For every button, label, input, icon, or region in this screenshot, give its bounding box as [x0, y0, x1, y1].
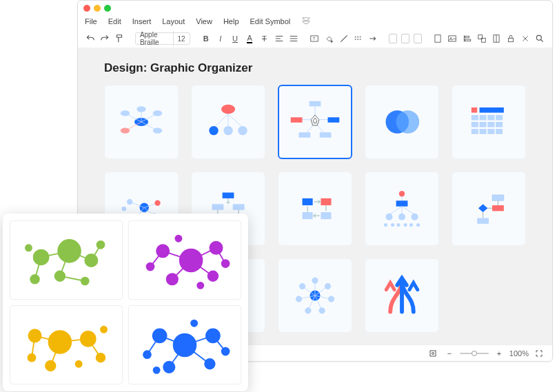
- svg-point-179: [143, 351, 151, 358]
- fit-page-button[interactable]: [427, 347, 439, 360]
- svg-point-175: [153, 329, 167, 342]
- lock-button[interactable]: [505, 32, 516, 45]
- svg-rect-52: [480, 122, 487, 127]
- svg-rect-102: [477, 218, 489, 223]
- svg-point-180: [222, 347, 230, 355]
- svg-point-89: [411, 214, 418, 220]
- font-color-button[interactable]: A: [245, 32, 255, 45]
- svg-point-133: [34, 249, 49, 265]
- svg-point-15: [121, 110, 130, 116]
- menu-insert[interactable]: Insert: [132, 17, 152, 25]
- template-merge-arrows[interactable]: [365, 258, 439, 333]
- svg-rect-45: [472, 107, 477, 113]
- align-objects-button[interactable]: [462, 32, 472, 45]
- strikethrough-button[interactable]: T: [259, 32, 270, 45]
- template-calendar-grid[interactable]: [452, 85, 526, 159]
- template-venn[interactable]: [365, 85, 439, 159]
- svg-line-25: [214, 114, 228, 127]
- menu-help[interactable]: Help: [223, 17, 239, 25]
- svg-rect-47: [472, 115, 478, 121]
- template-org-chart-1[interactable]: [191, 85, 265, 159]
- svg-marker-32: [313, 118, 316, 123]
- menu-edit[interactable]: Edit: [108, 17, 121, 25]
- zoom-out-button[interactable]: −: [443, 347, 456, 360]
- menu-file[interactable]: File: [85, 17, 97, 25]
- svg-point-139: [26, 245, 32, 251]
- svg-rect-7: [465, 39, 470, 41]
- svg-point-132: [58, 240, 81, 262]
- svg-point-23: [136, 106, 145, 112]
- svg-rect-55: [472, 129, 478, 134]
- fill-color-button[interactable]: [324, 32, 334, 45]
- preview-network-green[interactable]: [10, 220, 123, 300]
- zoom-level-label: 100%: [509, 349, 529, 358]
- zoom-in-button[interactable]: +: [493, 347, 505, 360]
- stroke-swatch[interactable]: [401, 34, 409, 43]
- text-box-button[interactable]: T: [310, 32, 320, 45]
- image-button[interactable]: [447, 32, 458, 45]
- template-decision-flow[interactable]: [452, 172, 526, 246]
- bold-button[interactable]: B: [201, 32, 211, 45]
- fullscreen-button[interactable]: [533, 347, 545, 360]
- font-name-label: Apple Braille: [136, 31, 174, 46]
- arrow-style-button[interactable]: [367, 32, 378, 45]
- menu-layout[interactable]: Layout: [162, 17, 185, 25]
- font-selector[interactable]: Apple Braille 12: [135, 32, 190, 45]
- svg-rect-78: [321, 198, 331, 205]
- line-tool-button[interactable]: [338, 32, 349, 45]
- preview-network-yellow[interactable]: [10, 305, 123, 384]
- underline-button[interactable]: U: [230, 32, 240, 45]
- menu-edit-symbol[interactable]: Edit Symbol: [250, 17, 291, 25]
- svg-point-160: [49, 331, 72, 353]
- svg-rect-46: [480, 107, 504, 113]
- minimize-window-button[interactable]: [94, 5, 101, 12]
- svg-rect-96: [492, 195, 504, 200]
- menu-view[interactable]: View: [196, 17, 212, 25]
- preview-network-blue[interactable]: [128, 305, 241, 384]
- template-cycle-1[interactable]: [278, 172, 352, 246]
- template-brainstorm-1[interactable]: [104, 85, 179, 159]
- svg-point-5: [451, 38, 452, 39]
- svg-point-91: [391, 223, 394, 227]
- page-setup-button[interactable]: [433, 32, 443, 45]
- svg-point-88: [398, 214, 405, 220]
- svg-text:T: T: [313, 37, 316, 41]
- align-left-button[interactable]: [274, 32, 284, 45]
- svg-point-178: [205, 359, 215, 369]
- preview-network-purple[interactable]: [128, 220, 241, 300]
- maximize-window-button[interactable]: [104, 5, 111, 12]
- svg-rect-48: [480, 115, 487, 121]
- svg-point-95: [416, 223, 420, 227]
- template-radial-hub[interactable]: [278, 258, 352, 333]
- svg-point-161: [81, 331, 96, 347]
- format-painter-button[interactable]: [114, 32, 124, 45]
- svg-rect-56: [480, 129, 487, 134]
- tools-button[interactable]: [520, 32, 531, 45]
- toolbar: Apple Braille 12 B I U A T T: [78, 30, 552, 48]
- svg-rect-54: [496, 122, 503, 127]
- undo-button[interactable]: [85, 32, 95, 45]
- redo-button[interactable]: [99, 32, 110, 45]
- italic-button[interactable]: I: [215, 32, 225, 45]
- svg-point-165: [28, 353, 36, 361]
- fill-swatch[interactable]: [389, 34, 397, 43]
- svg-rect-40: [320, 132, 332, 138]
- line-style-button[interactable]: [353, 32, 363, 45]
- svg-point-137: [97, 240, 105, 248]
- svg-rect-38: [291, 117, 303, 123]
- template-star-concept[interactable]: [278, 85, 352, 159]
- group-button[interactable]: [476, 32, 487, 45]
- svg-point-174: [174, 333, 196, 356]
- svg-point-17: [153, 110, 162, 116]
- svg-point-182: [154, 367, 160, 373]
- shadow-swatch[interactable]: [414, 34, 422, 43]
- svg-rect-72: [233, 204, 245, 209]
- layers-button[interactable]: [491, 32, 501, 45]
- close-window-button[interactable]: [83, 5, 90, 12]
- svg-point-147: [156, 245, 169, 257]
- zoom-slider[interactable]: [460, 353, 489, 354]
- search-button[interactable]: [535, 32, 545, 45]
- template-hierarchy-2[interactable]: [365, 172, 439, 246]
- svg-marker-100: [478, 204, 487, 212]
- align-justify-button[interactable]: [288, 32, 298, 45]
